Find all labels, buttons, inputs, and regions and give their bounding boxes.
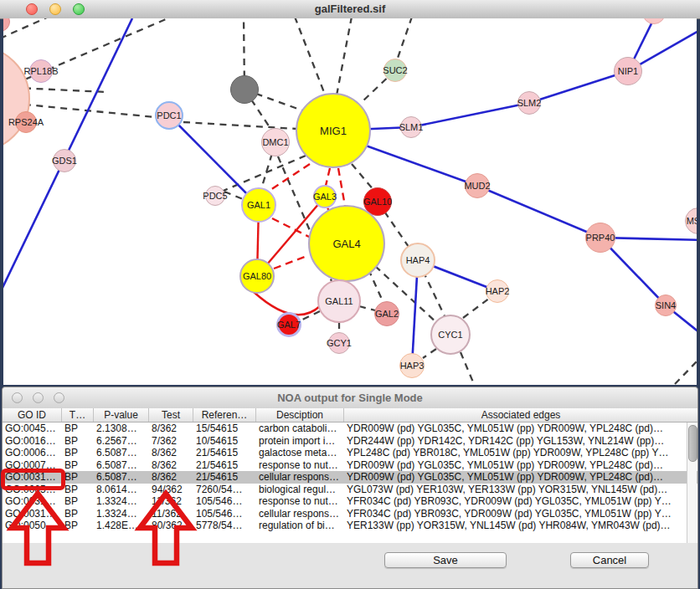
cell-associated-edges: YDR009W (pd) YGL035C, YML051W (pp) YDR00… — [344, 471, 697, 484]
table-scrollbar[interactable] — [687, 423, 697, 545]
cell-test: 8/362 — [149, 447, 193, 459]
cell-description: regulation of bi… — [256, 520, 344, 532]
cell-go-id: GO:0016… — [3, 435, 62, 448]
cell-associated-edges: YFR034C (pd) YBR093C, YDR009W (pd) YGL03… — [344, 495, 697, 508]
node-label: GAL10 — [363, 197, 392, 207]
node-rpl18b[interactable]: RPL18B — [29, 59, 53, 83]
table-row-selected[interactable]: GO:0031…BP6.5087…8/36221/54615cellular r… — [3, 471, 697, 484]
cell-description: cellular respons… — [256, 471, 344, 484]
cell-test: 8/362 — [149, 459, 193, 472]
column-header-p-value[interactable]: P-value — [94, 408, 149, 422]
node-label: GAL1 — [247, 200, 270, 210]
annotation-arrows — [0, 489, 201, 573]
column-header-associated-edges[interactable]: Associated edges — [344, 408, 697, 422]
node-label: GAL11 — [325, 296, 353, 306]
table-row[interactable]: GO:0006…BP6.5087…8/36221/54615galactose … — [3, 447, 697, 459]
node-label: GAL3 — [313, 192, 337, 202]
node-label: CYC1 — [438, 330, 462, 340]
cell-description: carbon cataboli… — [256, 423, 344, 435]
node-label: MIG1 — [320, 125, 347, 137]
column-header-test[interactable]: Test — [149, 408, 193, 422]
node-nip1[interactable]: NIP1 — [614, 57, 642, 85]
node-label: MSL1 — [687, 216, 697, 226]
node-label: GDS1 — [52, 156, 77, 166]
noa-window-titlebar: NOA output for Single Mode — [3, 387, 697, 409]
cell-reference: 7260/54… — [193, 484, 256, 496]
node-prp40[interactable]: PRP40 — [585, 223, 615, 253]
node-label: HAP2 — [486, 286, 510, 296]
node-slm2[interactable]: SLM2 — [517, 91, 541, 115]
table-row[interactable]: GO:0007…BP6.5087…8/36221/54615response t… — [3, 459, 697, 472]
cell-associated-edges: YDR244W (pp) YDR142C, YDR142C (pp) YGL15… — [344, 435, 697, 448]
column-header-reference[interactable]: Referen… — [193, 408, 256, 422]
cell-associated-edges: YDR009W (pd) YGL035C, YML051W (pp) YDR00… — [344, 459, 697, 472]
annotation-highlight-box — [1, 469, 65, 490]
node-gds1[interactable]: GDS1 — [53, 149, 76, 172]
column-header-type[interactable]: T… — [62, 408, 94, 422]
node-hap4[interactable]: HAP4 — [400, 243, 435, 278]
node-suc2[interactable]: SUC2 — [383, 59, 407, 82]
node-gal1[interactable]: GAL1 — [241, 187, 276, 223]
node-gal7[interactable]: GAL7 — [276, 312, 301, 337]
cell-go-id: GO:0045… — [3, 423, 62, 435]
node-label: SUC2 — [383, 65, 407, 75]
node-label: GAL4 — [332, 238, 360, 250]
cell-p-value: 6.5087… — [94, 447, 149, 459]
table-header: GO ID T… P-value Test Referen… Desciptio… — [3, 408, 697, 423]
node-label: HAP4 — [406, 255, 430, 265]
node-sin4[interactable]: SIN4 — [655, 294, 677, 316]
node-label: GAL2 — [375, 309, 399, 319]
save-button[interactable]: Save — [384, 552, 507, 568]
node-cyc1[interactable]: CYC1 — [430, 315, 471, 355]
cell-description: cellular respons… — [256, 508, 344, 520]
node-gal2[interactable]: GAL2 — [374, 301, 399, 326]
cell-p-value: 6.5087… — [94, 471, 149, 484]
node-mig1[interactable]: MIG1 — [296, 93, 371, 168]
cell-associated-edges: YER133W (pp) YOR315W, YNL145W (pd) YHR08… — [344, 520, 697, 532]
cell-description: response to nut… — [256, 495, 344, 508]
node-unlabeled-gray[interactable] — [230, 75, 259, 104]
scrollbar-thumb[interactable] — [688, 425, 697, 462]
column-header-description[interactable]: Desciption — [256, 408, 344, 422]
cell-test: 8/362 — [149, 471, 193, 484]
node-slm1[interactable]: SLM1 — [400, 116, 422, 138]
cell-associated-edges: YFR034C (pd) YBR093C, YDR009W (pd) YGL03… — [344, 508, 697, 520]
node-label: GCY1 — [327, 338, 352, 348]
network-canvas[interactable]: RPL18B RPS24A GDS1 PDC1 MIG1 SUC2 SLM1 S… — [3, 18, 697, 385]
node-gal3[interactable]: GAL3 — [313, 185, 337, 208]
node-mud2[interactable]: MUD2 — [465, 173, 490, 198]
cell-type: BP — [62, 423, 94, 435]
table-row[interactable]: GO:0016…BP6.2567…7/36210/54615protein im… — [3, 435, 697, 448]
node-pdc1[interactable]: PDC1 — [155, 101, 183, 130]
node-gcy1[interactable]: GCY1 — [328, 332, 350, 354]
node-rps24a[interactable]: RPS24A — [15, 111, 37, 133]
node-hap3[interactable]: HAP3 — [399, 353, 425, 378]
node-gal80[interactable]: GAL80 — [239, 259, 275, 294]
cell-type: BP — [62, 435, 94, 448]
cell-associated-edges: YPL248C (pd) YBR018C, YML051W (pp) YDR00… — [344, 447, 697, 459]
table-row[interactable]: GO:0045…BP2.1308…8/36215/54615carbon cat… — [3, 423, 697, 435]
cell-reference: 105/546… — [193, 495, 256, 508]
cell-description: protein import i… — [256, 435, 344, 448]
annotation-arrow-test — [140, 494, 192, 563]
cell-associated-edges: YDR009W (pd) YGL035C, YML051W (pp) YDR00… — [344, 423, 697, 435]
cancel-button[interactable]: Cancel — [570, 552, 649, 568]
node-pdc5[interactable]: PDC5 — [205, 186, 225, 206]
cell-test: 7/362 — [149, 435, 193, 448]
node-label: MUD2 — [464, 181, 490, 191]
annotation-arrow-go-id — [12, 494, 64, 563]
node-hap2[interactable]: HAP2 — [486, 279, 509, 303]
node-label: GAL7 — [277, 320, 301, 330]
node-gal11[interactable]: GAL11 — [317, 279, 361, 323]
node-label: HAP3 — [400, 361, 425, 371]
cell-p-value: 6.2567… — [94, 435, 149, 448]
column-header-go-id[interactable]: GO ID — [3, 408, 62, 422]
cell-associated-edges: YGL073W (pd) YER103W, YER133W (pp) YOR31… — [344, 484, 697, 496]
node-gal4[interactable]: GAL4 — [308, 205, 385, 282]
network-window-titlebar: galFiltered.sif — [0, 0, 700, 19]
cell-reference: 21/54615 — [193, 459, 256, 472]
cell-reference: 5778/54… — [193, 520, 256, 532]
node-label: RPL18B — [24, 66, 59, 76]
node-dmc1[interactable]: DMC1 — [261, 128, 290, 156]
cell-type: BP — [62, 447, 94, 459]
